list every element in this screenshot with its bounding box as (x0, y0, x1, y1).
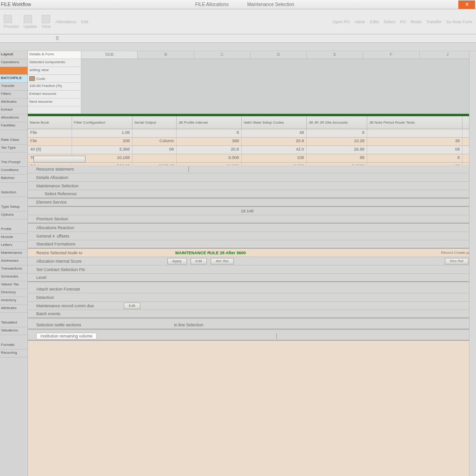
confirm-button[interactable]: Am Yes (211, 258, 233, 264)
vertical-scrollbar[interactable] (469, 51, 476, 476)
cell[interactable]: 26.88 (307, 146, 367, 154)
column-header[interactable]: E (307, 51, 363, 59)
value-input[interactable] (188, 166, 189, 172)
cell[interactable]: 8 (367, 154, 463, 162)
nav-item[interactable]: Extract resource (28, 91, 81, 99)
table-row[interactable]: 7810,1886.008108888 (28, 154, 476, 163)
table-row[interactable]: 40 (8)3,3880820.842.026.8808 (28, 146, 476, 154)
sidebar-tab[interactable]: Inventory (0, 297, 27, 305)
cell[interactable]: 6.008 (177, 154, 242, 162)
ribbon-group[interactable]: Edits (370, 20, 379, 24)
nav-item[interactable]: 100.00 Fraction (%) (28, 83, 81, 91)
ribbon-group[interactable]: Select (383, 20, 395, 24)
cell[interactable]: 208 (72, 138, 132, 145)
sidebar-tab[interactable]: Attributes (0, 99, 27, 106)
edit-button[interactable]: Edit (124, 303, 140, 309)
cell[interactable]: 40 (8) (28, 146, 72, 154)
nav-item[interactable]: Selected components (28, 59, 81, 67)
ribbon-group[interactable]: PO (400, 20, 406, 24)
column-header[interactable]: C (194, 51, 251, 59)
ribbon-group[interactable]: Edit (81, 20, 88, 24)
column-header[interactable]: B (138, 51, 194, 59)
cell[interactable] (132, 129, 177, 137)
nav-item[interactable]: Code (28, 75, 81, 83)
sidebar-tab[interactable]: Schedules (0, 273, 27, 281)
sidebar-tab[interactable]: Maintenance (0, 250, 27, 258)
table-col-header[interactable]: Filter Configuration (72, 116, 132, 129)
sidebar-tab[interactable]: Directory (0, 289, 27, 297)
ribbon-group[interactable]: Attendance (55, 20, 77, 24)
sidebar-tab[interactable]: Recurring (0, 350, 27, 357)
sidebar-tab[interactable]: Extract (0, 106, 27, 114)
cell[interactable] (132, 154, 177, 162)
cell[interactable]: File (28, 129, 72, 137)
cell[interactable] (367, 129, 463, 137)
sidebar-tab[interactable]: Letters (0, 242, 27, 250)
cell[interactable]: Column (132, 138, 177, 145)
sidebar-tab[interactable]: Operations (0, 59, 27, 67)
ribbon-group[interactable]: Reset (410, 20, 422, 24)
ribbon-group[interactable]: Update (24, 15, 37, 29)
cell[interactable]: 108 (242, 154, 307, 162)
ribbon-group[interactable]: Transfer (426, 20, 442, 24)
text-input[interactable]: Institution remaining volume (36, 333, 97, 339)
table-col-header[interactable]: JB Profile Interval (177, 116, 242, 129)
sidebar-tab[interactable]: Layout (0, 51, 27, 59)
sidebar-tab[interactable]: Tabulated (0, 319, 27, 327)
cell[interactable]: 388 (177, 138, 242, 145)
cell[interactable]: 8 (177, 129, 242, 137)
cell[interactable]: 38 (367, 138, 463, 145)
cell[interactable]: 20.8 (242, 138, 307, 145)
sidebar-tab[interactable]: Attributes (0, 305, 27, 313)
sidebar-tab[interactable]: Formats (0, 342, 27, 350)
table-col-header[interactable]: Serial Output (132, 116, 177, 129)
sidebar-tab[interactable]: Rate Class (0, 137, 27, 145)
cell[interactable]: 08 (367, 146, 463, 154)
cell[interactable]: 48 (242, 129, 307, 137)
ref-button[interactable]: Res Ref (445, 258, 469, 264)
sidebar-tab[interactable]: Selection (0, 189, 27, 197)
cell[interactable]: 8 (307, 129, 367, 137)
column-header[interactable]: J (420, 51, 476, 59)
table-row[interactable]: File208Column38820.810.2838 (28, 138, 476, 146)
table-row[interactable]: File1.088488 (28, 129, 476, 138)
sidebar-tab[interactable]: Allocations (0, 114, 27, 122)
nav-item[interactable]: Next resource (28, 99, 81, 106)
table-col-header[interactable]: JB JR JR Site Accounts (307, 116, 367, 129)
sidebar-tab[interactable]: Valuations (0, 327, 27, 335)
sidebar-tab[interactable]: The Prompt (0, 159, 27, 167)
sidebar-tab[interactable]: Transfer (0, 83, 27, 91)
sidebar-tab[interactable]: Facilities (0, 122, 27, 130)
sidebar-tab[interactable]: Transactions (0, 265, 27, 273)
sidebar-tab[interactable]: Batches (0, 175, 27, 183)
formula-bar[interactable]: B (0, 34, 476, 43)
sidebar-tab[interactable]: Type Setup (0, 204, 27, 212)
cell[interactable]: 20.8 (177, 146, 242, 154)
ribbon-group[interactable]: Open PO (332, 20, 350, 24)
cell[interactable]: 10.28 (307, 138, 367, 145)
ribbon-group[interactable]: Process (4, 15, 19, 29)
cell[interactable]: 88 (307, 154, 367, 162)
sidebar-tab[interactable]: Addresses (0, 258, 27, 265)
ribbon-group[interactable]: So Note Form (446, 20, 472, 24)
nav-item[interactable]: Details & Form (28, 51, 81, 59)
sidebar-tab[interactable]: Tax Type (0, 145, 27, 152)
close-button[interactable]: ✕ (458, 0, 475, 9)
sidebar-tab[interactable]: Filters (0, 91, 27, 99)
sidebar-tab[interactable]: Valued Tax (0, 281, 27, 289)
cell[interactable]: 1.08 (72, 129, 132, 137)
cell[interactable]: 3,388 (72, 146, 132, 154)
column-header[interactable]: D (251, 51, 307, 59)
sidebar-tab-active[interactable] (0, 67, 27, 75)
sidebar-tab[interactable]: BATCHFILE (0, 75, 27, 83)
ribbon-group[interactable]: View (42, 15, 51, 29)
edit-button[interactable]: Edit (191, 258, 207, 264)
sidebar-tab[interactable]: Module (0, 234, 27, 242)
cell[interactable]: File (28, 138, 72, 145)
cell[interactable]: 08 (132, 146, 177, 154)
sidebar-tab[interactable]: Conditions (0, 167, 27, 175)
action-button[interactable] (33, 156, 86, 163)
column-header[interactable]: F (363, 51, 419, 59)
sidebar-tab[interactable]: Profile (0, 226, 27, 234)
apply-button[interactable]: Apply (167, 258, 187, 264)
